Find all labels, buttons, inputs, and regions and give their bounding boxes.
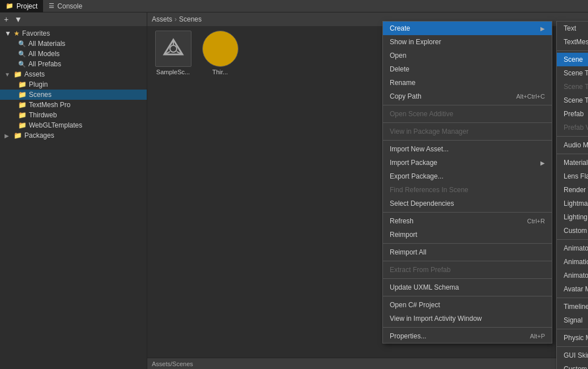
submenu-avatar-mask[interactable]: Avatar Mask (557, 282, 588, 296)
sidebar-item-plugin[interactable]: 📁 Plugin (0, 79, 147, 90)
menu-view-import-activity[interactable]: View in Import Activity Window (383, 312, 552, 325)
submenu-lighting-settings[interactable]: Lighting Settings (557, 210, 588, 224)
submenu-physic-material[interactable]: Physic Material (557, 331, 588, 345)
packages-label: Packages (24, 132, 54, 139)
export-package-label: Export Package... (390, 172, 444, 180)
content-area: + ▼ ▼ ★ Favorites 🔍 All Materials 🔍 All … (0, 12, 588, 369)
submenu-render-texture[interactable]: Render Texture (557, 183, 588, 197)
properties-label: Properties... (390, 332, 427, 340)
submenu-animator-override[interactable]: Animator Override Controller (557, 269, 588, 282)
sep-2 (383, 122, 552, 123)
sidebar-item-thirdweb[interactable]: 📁 Thirdweb (0, 110, 147, 120)
properties-shortcut: Alt+P (530, 333, 545, 340)
sidebar-item-all-materials[interactable]: 🔍 All Materials (0, 39, 147, 49)
packages-folder-icon: 📁 (14, 132, 22, 139)
submenu-gui-skin[interactable]: GUI Skin (557, 349, 588, 362)
favorites-star-icon: ★ (14, 29, 20, 37)
webgl-folder-icon: 📁 (18, 121, 27, 129)
menu-update-uxml[interactable]: Update UXML Schema (383, 281, 552, 294)
menu-export-package[interactable]: Export Package... (383, 169, 552, 183)
expand-button[interactable]: ▼ (12, 15, 24, 24)
sidebar-item-scenes[interactable]: 📁 Scenes (0, 90, 147, 100)
sidebar-item-textmesh[interactable]: 📁 TextMesh Pro (0, 100, 147, 110)
menu-view-package-manager: View in Package Manager (383, 125, 552, 138)
thirdweb-label: Thirdweb (29, 111, 57, 119)
favorites-header[interactable]: ▼ ★ Favorites (0, 28, 147, 39)
sidebar-item-all-prefabs[interactable]: 🔍 All Prefabs (0, 59, 147, 69)
sidebar-item-packages[interactable]: ▶ 📁 Packages (0, 130, 147, 141)
lightmap-parameters-label: Lightmap Parameters (564, 200, 588, 207)
update-uxml-label: Update UXML Schema (390, 283, 459, 291)
submenu-scene-template-pipeline[interactable]: Scene Template Pipeline (557, 94, 588, 107)
sidebar-toolbar: + ▼ (0, 12, 147, 26)
menu-open[interactable]: Open (383, 49, 552, 62)
sub-sep-1 (557, 50, 588, 51)
main-layout: 📁 Project ☰ Console + ▼ ▼ ★ Favorites (0, 0, 588, 369)
menu-select-dependencies[interactable]: Select Dependencies (383, 197, 552, 210)
scenes-label: Scenes (29, 91, 52, 99)
submenu-lens-flare[interactable]: Lens Flare (557, 169, 588, 183)
textmesh-label: TextMesh Pro (29, 101, 70, 109)
scene-template-pipeline-label: Scene Template Pipeline (564, 96, 588, 104)
menu-properties[interactable]: Properties... Alt+P (383, 329, 552, 343)
submenu-prefab-variant: Prefab Variant (557, 121, 588, 134)
open-csharp-label: Open C# Project (390, 301, 440, 309)
import-package-arrow-icon: ▶ (540, 160, 545, 166)
menu-extract-prefab: Extract From Prefab (383, 263, 552, 277)
menu-refresh[interactable]: Refresh Ctrl+R (383, 214, 552, 228)
submenu-lightmap-parameters[interactable]: Lightmap Parameters (557, 197, 588, 210)
favorites-arrow: ▼ (5, 29, 11, 37)
menu-open-csharp[interactable]: Open C# Project (383, 298, 552, 312)
submenu-custom-render-texture[interactable]: Custom Render Texture (557, 224, 588, 237)
submenu-material[interactable]: Material (557, 156, 588, 169)
sub-sep-4 (557, 239, 588, 240)
menu-show-explorer[interactable]: Show in Explorer (383, 35, 552, 49)
render-texture-label: Render Texture (564, 186, 588, 194)
submenu-signal[interactable]: Signal (557, 313, 588, 327)
all-models-label: All Models (28, 50, 59, 58)
add-button[interactable]: + (2, 15, 10, 24)
delete-label: Delete (390, 65, 410, 73)
sidebar-item-all-models[interactable]: 🔍 All Models (0, 49, 147, 59)
submenu-text[interactable]: Text ▶ (557, 22, 588, 35)
project-icon: 📁 (6, 2, 14, 10)
submenu-animation[interactable]: Animation (557, 255, 588, 269)
import-package-label: Import Package (390, 159, 437, 167)
submenu-animator-controller[interactable]: Animator Controller (557, 241, 588, 255)
menu-rename[interactable]: Rename (383, 76, 552, 90)
submenu-timeline[interactable]: Timeline (557, 300, 588, 313)
import-new-asset-label: Import New Asset... (390, 145, 449, 153)
menu-delete[interactable]: Delete (383, 62, 552, 76)
tab-project[interactable]: 📁 Project (0, 0, 43, 12)
menu-create[interactable]: Create ▶ (383, 22, 552, 35)
avatar-mask-label: Avatar Mask (564, 285, 588, 293)
timeline-label: Timeline (564, 303, 588, 311)
menu-reimport-all[interactable]: Reimport All (383, 245, 552, 259)
menu-import-package[interactable]: Import Package ▶ (383, 156, 552, 169)
plugin-label: Plugin (29, 80, 48, 88)
submenu-custom-font[interactable]: Custom Font (557, 362, 588, 369)
sep-8 (383, 296, 552, 296)
menu-import-new-asset[interactable]: Import New Asset... (383, 142, 552, 156)
submenu-scene[interactable]: Scene (557, 53, 588, 66)
submenu-scene-template[interactable]: Scene Template (557, 66, 588, 80)
textmeshpro-label: TextMeshPro (564, 38, 588, 46)
submenu-audio-mixer[interactable]: Audio Mixer (557, 138, 588, 152)
submenu-prefab[interactable]: Prefab (557, 107, 588, 121)
sidebar-item-webgltemplates[interactable]: 📁 WebGLTemplates (0, 120, 147, 130)
sidebar: + ▼ ▼ ★ Favorites 🔍 All Materials 🔍 All … (0, 12, 147, 369)
menu-copy-path[interactable]: Copy Path Alt+Ctrl+C (383, 90, 552, 103)
sep-1 (383, 105, 552, 105)
sidebar-item-assets[interactable]: ▼ 📁 Assets (0, 69, 147, 79)
all-materials-label: All Materials (28, 40, 65, 48)
assets-arrow: ▼ (5, 71, 11, 78)
refresh-shortcut: Ctrl+R (527, 218, 545, 224)
menu-reimport[interactable]: Reimport (383, 228, 552, 241)
tab-console[interactable]: ☰ Console (43, 0, 88, 12)
copy-path-shortcut: Alt+Ctrl+C (516, 93, 545, 100)
thirdweb-folder-icon: 📁 (18, 111, 27, 119)
refresh-label: Refresh (390, 217, 414, 225)
sub-sep-3 (557, 154, 588, 154)
submenu-textmeshpro[interactable]: TextMeshPro ▶ (557, 35, 588, 49)
tab-bar: 📁 Project ☰ Console (0, 0, 588, 12)
